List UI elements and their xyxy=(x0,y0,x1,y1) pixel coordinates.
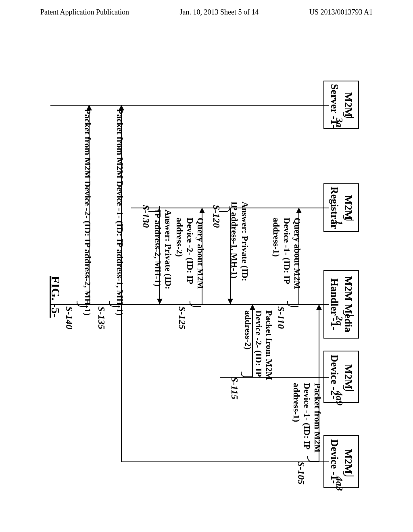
connector xyxy=(343,471,354,476)
lifeline-server xyxy=(50,105,329,106)
msg-s135: Packet from M2M Device -1- (ID: IP addre… xyxy=(115,109,125,316)
figure-label: FIG. -5- xyxy=(49,276,63,318)
connector xyxy=(343,310,354,316)
connector xyxy=(343,215,354,220)
connector xyxy=(219,206,230,212)
step-s125: S-125 xyxy=(177,306,188,329)
connector xyxy=(148,206,160,212)
page-header: Patent Application Publication Jan. 10, … xyxy=(0,0,413,21)
arrowhead xyxy=(296,208,302,213)
msg-s120: Answer: Private (ID:IP address-1, MH-1) xyxy=(229,202,250,294)
step-s140: S-140 xyxy=(64,306,75,329)
arrowhead xyxy=(227,299,233,304)
entity-handler-tag: 2a xyxy=(334,316,345,326)
msg-s110: Query about M2MDevice -1- (ID: IPaddress… xyxy=(271,218,302,298)
msg-s105: Packet from M2MDevice -1- (ID: IPaddress… xyxy=(291,383,323,463)
connector xyxy=(307,456,319,462)
connector xyxy=(287,301,298,307)
arrowhead xyxy=(199,208,205,213)
step-s105: S-105 xyxy=(296,461,307,484)
step-s115: S-115 xyxy=(229,377,240,399)
step-s135: S-135 xyxy=(96,306,107,329)
msg-s140: Packet from M2M Device -2- (ID: IP addre… xyxy=(82,109,93,316)
header-center: Jan. 10, 2013 Sheet 5 of 14 xyxy=(179,8,259,17)
connector xyxy=(343,385,354,391)
msg-s125: Query about M2MDevice -2- (ID: IPaddress… xyxy=(174,218,206,298)
entity-server-tag: 3a xyxy=(334,118,345,127)
connector xyxy=(109,301,120,307)
msg-s115: Packet from M2MDevice -2- (ID: IPaddress… xyxy=(243,310,274,391)
connector xyxy=(241,372,252,377)
connector xyxy=(77,301,88,307)
entity-registrar-tag: 1 xyxy=(334,220,345,225)
sequence-diagram: M2MServer -1- 3a M2MRegistrar 1 M2M Medi… xyxy=(0,24,413,532)
connector xyxy=(343,112,354,118)
step-s110: S-110 xyxy=(275,306,286,329)
entity-device1-tag: 4a3 xyxy=(334,476,345,491)
arrowhead xyxy=(316,304,322,310)
connector xyxy=(190,301,201,307)
msg-s130: Answer: Private (ID:IP address-2, MH-1) xyxy=(152,210,173,302)
arrowhead xyxy=(250,304,255,310)
header-right: US 2013/0013793 A1 xyxy=(309,8,373,17)
entity-device2-tag: 4a9 xyxy=(334,391,345,405)
entity-handler: M2M MediaHandler -1- xyxy=(323,270,359,339)
header-left: Patent Application Publication xyxy=(40,8,129,17)
